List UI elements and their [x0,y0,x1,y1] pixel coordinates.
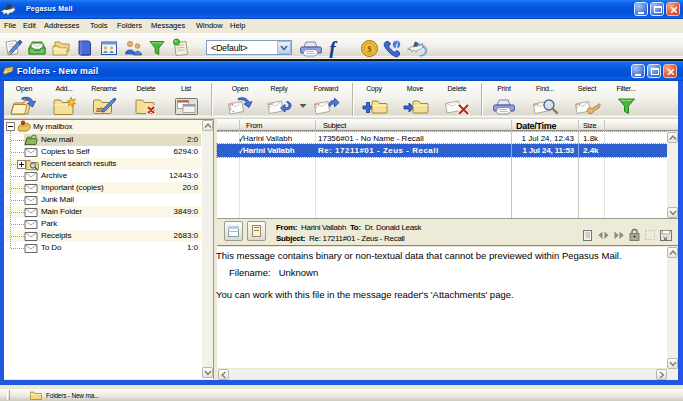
svg-text:$: $ [367,44,372,54]
